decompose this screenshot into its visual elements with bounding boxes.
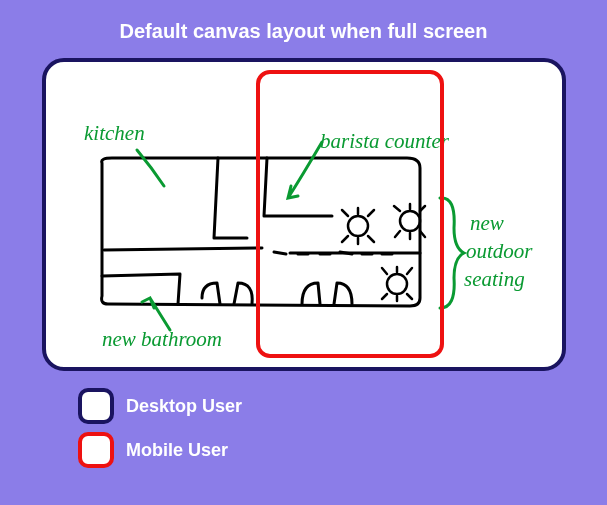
legend-swatch-mobile [78, 432, 114, 468]
mobile-viewport-frame [256, 70, 444, 358]
annotation-outdoor-1: new [470, 211, 504, 235]
legend-label-desktop: Desktop User [126, 396, 242, 417]
page-title: Default canvas layout when full screen [0, 0, 607, 43]
legend-row-desktop: Desktop User [78, 388, 242, 424]
annotation-outdoor-3: seating [464, 267, 525, 291]
legend-row-mobile: Mobile User [78, 432, 242, 468]
legend-swatch-desktop [78, 388, 114, 424]
annotation-outdoor-2: outdoor [466, 239, 533, 263]
annotation-new-bathroom: new bathroom [102, 327, 222, 351]
annotation-kitchen: kitchen [84, 121, 145, 145]
legend-label-mobile: Mobile User [126, 440, 228, 461]
canvas-diagram: kitchen barista counter new outdoor seat… [42, 58, 566, 371]
legend: Desktop User Mobile User [78, 388, 242, 476]
